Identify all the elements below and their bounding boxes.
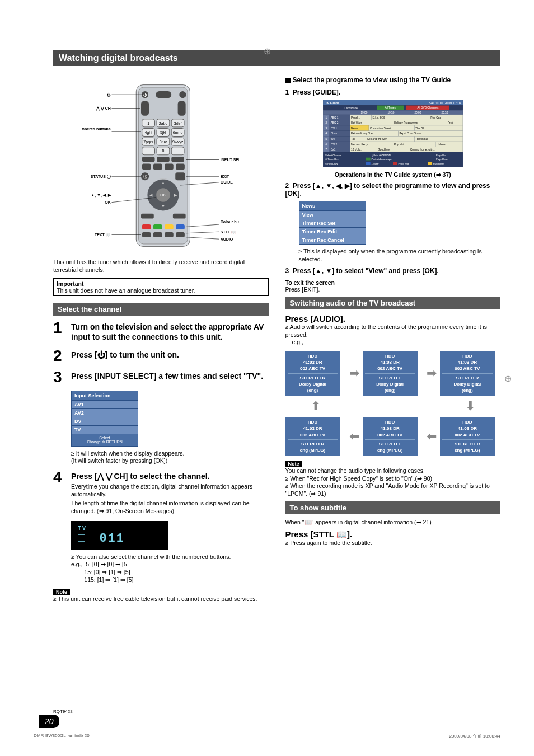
menu-note: ≥ This is displayed only when the progra… (299, 248, 501, 263)
svg-text:All DVB Channels: All DVB Channels (417, 106, 439, 109)
step-2: 2 Press [⏻] to turn the unit on. (53, 348, 269, 364)
svg-rect-180 (428, 162, 432, 165)
svg-rect-49 (173, 214, 186, 219)
svg-text:Red Cap: Red Cap (430, 116, 441, 119)
svg-text:Fred: Fred (448, 121, 453, 124)
svg-text:1: 1 (147, 121, 149, 125)
arrow-left-icon: ⬅ (427, 429, 437, 444)
audio-box-4: HDD41:03 DR002 ABC TV STEREO Reng (MPEG) (285, 417, 340, 456)
svg-rect-34 (153, 164, 162, 170)
svg-text:7: 7 (325, 148, 327, 151)
svg-rect-7 (178, 101, 186, 116)
svg-text:Prog. type: Prog. type (398, 162, 409, 165)
prog-step2: 2 Press [▲, ▼, ◀, ▶] to select the progr… (285, 182, 501, 198)
svg-text:4: 4 (325, 132, 327, 135)
svg-text:⏻: ⏻ (143, 93, 147, 97)
svg-rect-54 (142, 232, 151, 237)
programme-heading: Select the programme to view using the T… (285, 76, 501, 85)
svg-rect-19 (172, 147, 185, 155)
svg-text:▼: ▼ (161, 204, 165, 208)
svg-text:Numbered buttons: Numbered buttons (82, 127, 111, 131)
step-4: 4 Press [⋀ ⋁ CH] to select the channel. … (53, 469, 269, 515)
svg-text:Coming home: with...: Coming home: with... (410, 148, 435, 151)
footer: DMR-BW850GL_en.indb 20 2009/04/08 午前 10:… (34, 733, 500, 739)
guide-caption: Operations in the TV Guide system (➡ 37) (285, 171, 501, 179)
step-2-text: Press [⏻] to turn the unit on. (71, 348, 179, 360)
subtitle-header: To show subtitle (285, 501, 501, 514)
svg-text:10 o'clo...: 10 o'clo... (351, 148, 362, 151)
svg-text:19:00: 19:00 (360, 111, 367, 114)
audio-note1: You can not change the audio type in fol… (285, 467, 501, 475)
subtitle-note: ≥ Press again to hide the subtitle. (285, 539, 501, 547)
svg-rect-53 (176, 224, 185, 229)
arrow-up-icon: ⬆ (285, 399, 346, 414)
audio-sub: ≥ Audio will switch according to the con… (285, 323, 501, 339)
svg-text:Portrait/Landscape: Portrait/Landscape (371, 158, 392, 161)
svg-text:ABC 1: ABC 1 (330, 116, 338, 119)
step-3: 3 Press [INPUT SELECT] a few times and s… (53, 369, 269, 385)
svg-text:Holiday Programme: Holiday Programme (394, 121, 418, 124)
note-tag-audio: Note (285, 461, 302, 467)
svg-text:2: 2 (325, 121, 327, 124)
svg-text:+24 Hr: +24 Hr (371, 162, 379, 165)
input-item-tv: TV (71, 426, 138, 434)
svg-text:20:00: 20:00 (414, 111, 421, 114)
svg-rect-51 (153, 224, 162, 229)
svg-text:Chan...: Chan... (330, 132, 339, 135)
svg-text:Landscape: Landscape (344, 107, 358, 110)
audio-diagram: HDD41:03 DR002 ABC TV STEREO LRDolby Dig… (285, 351, 501, 456)
svg-text:0: 0 (162, 149, 165, 153)
svg-rect-35 (165, 164, 174, 170)
svg-rect-17 (142, 147, 155, 155)
rqt-code: RQT9428 (53, 709, 73, 714)
page-number: 20 (39, 715, 59, 728)
audio-box-3: HDD41:03 DR002 ABC TV STEREO RDolby Digi… (440, 351, 495, 396)
svg-text:The Bill: The Bill (415, 126, 424, 129)
footer-right: 2009/04/08 午前 10:00:44 (449, 733, 500, 739)
svg-text:News: News (438, 143, 446, 145)
menu-timer-edit: Timer Rec Edit (299, 228, 366, 236)
svg-rect-172 (366, 157, 371, 160)
svg-text:Ca1: Ca1 (330, 148, 335, 151)
svg-rect-52 (165, 224, 174, 229)
audio-box-2: HDD41:03 DR002 ABC TV STEREO LDolby Digi… (363, 351, 418, 396)
svg-text:ABC 2: ABC 2 (330, 121, 338, 124)
exit-text: Press [EXIT]. (285, 286, 320, 293)
svg-rect-50 (142, 224, 151, 229)
input-selection-box: Input Selection AV1 AV2 DV TV Select Cha… (71, 391, 138, 447)
important-box: Important This unit does not have an ana… (53, 278, 269, 296)
svg-text:ITV 1: ITV 1 (330, 126, 337, 129)
audio-box-1: HDD41:03 DR002 ABC TV STEREO LRDolby Dig… (285, 351, 340, 396)
menu-timer-set: Timer Rec Set (299, 219, 366, 228)
svg-rect-4 (156, 91, 172, 98)
svg-text:TEXT 📖: TEXT 📖 (95, 232, 111, 237)
view-menu: News View Timer Rec Set Timer Rec Edit T… (299, 201, 366, 245)
step-num-3: 3 (53, 369, 71, 385)
svg-text:STTL 📖: STTL 📖 (221, 229, 236, 234)
svg-rect-57 (176, 232, 185, 237)
square-bullet-icon (285, 78, 291, 83)
svg-text:Page Up: Page Up (436, 153, 446, 156)
svg-rect-178 (393, 162, 397, 165)
step3-note1: ≥ It will switch when the display disapp… (71, 450, 269, 458)
svg-text:3: 3 (325, 126, 327, 129)
svg-rect-55 (153, 232, 162, 237)
svg-rect-6 (141, 101, 149, 116)
svg-text:⏎ RETURN: ⏎ RETURN (325, 162, 338, 165)
svg-text:3def: 3def (174, 121, 182, 125)
svg-text:ⓘ Info ⊕ OPTION: ⓘ Info ⊕ OPTION (371, 153, 390, 156)
svg-point-5 (180, 91, 186, 98)
examples: e.g., 5: [0] ➡ [0] ➡ [5] 15: [0] ➡ [1] ➡… (71, 561, 269, 584)
svg-line-69 (186, 232, 220, 233)
svg-text:9wxyz: 9wxyz (172, 140, 184, 144)
svg-rect-176 (366, 162, 371, 165)
svg-text:Good bye: Good bye (378, 148, 390, 151)
arrow-right-icon: ➡ (349, 366, 359, 381)
menu-view: View (299, 211, 366, 219)
important-title: Important (57, 280, 265, 287)
arrow-down-icon: ⬇ (440, 399, 500, 414)
tvguide-box: TV Guide SAT 10.01.2009 10:18 Landscape … (323, 100, 463, 168)
step-3-text: Press [INPUT SELECT] a few times and sel… (71, 369, 263, 381)
step-1: 1 Turn on the television and select the … (53, 320, 269, 342)
svg-text:ⓘ: ⓘ (143, 175, 147, 179)
